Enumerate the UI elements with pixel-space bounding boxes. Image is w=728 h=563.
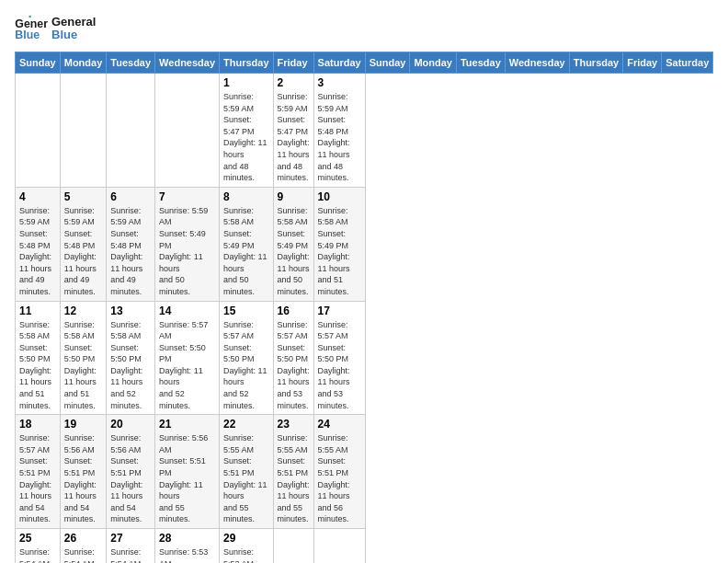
cell-day-number: 2 xyxy=(278,76,310,89)
calendar-day-header: Thursday xyxy=(220,52,274,74)
calendar-cell: 22Sunrise: 5:55 AM Sunset: 5:51 PM Dayli… xyxy=(220,415,274,529)
cell-day-number: 4 xyxy=(19,190,56,203)
cell-day-number: 7 xyxy=(159,190,215,203)
calendar-day-header: Sunday xyxy=(16,52,61,74)
logo-icon: General Blue xyxy=(15,15,48,42)
calendar-day-header: Wednesday xyxy=(155,52,220,74)
cell-info-text: Sunrise: 5:59 AM Sunset: 5:47 PM Dayligh… xyxy=(278,91,310,184)
cell-info-text: Sunrise: 5:59 AM Sunset: 5:49 PM Dayligh… xyxy=(159,205,215,298)
cell-info-text: Sunrise: 5:58 AM Sunset: 5:49 PM Dayligh… xyxy=(278,205,310,298)
calendar-week-row: 25Sunrise: 5:54 AM Sunset: 5:51 PM Dayli… xyxy=(16,529,713,564)
calendar-day-header: Wednesday xyxy=(505,52,569,74)
calendar-day-header: Friday xyxy=(273,52,313,74)
cell-day-number: 15 xyxy=(223,304,269,317)
cell-info-text: Sunrise: 5:59 AM Sunset: 5:48 PM Dayligh… xyxy=(64,205,103,298)
calendar-cell: 5Sunrise: 5:59 AM Sunset: 5:48 PM Daylig… xyxy=(60,187,107,301)
calendar-cell: 10Sunrise: 5:58 AM Sunset: 5:49 PM Dayli… xyxy=(313,187,365,301)
cell-info-text: Sunrise: 5:53 AM Sunset: 5:51 PM Dayligh… xyxy=(159,546,215,563)
calendar-cell: 14Sunrise: 5:57 AM Sunset: 5:50 PM Dayli… xyxy=(155,301,220,415)
calendar-cell: 9Sunrise: 5:58 AM Sunset: 5:49 PM Daylig… xyxy=(273,187,313,301)
calendar-cell: 15Sunrise: 5:57 AM Sunset: 5:50 PM Dayli… xyxy=(220,301,274,415)
cell-info-text: Sunrise: 5:59 AM Sunset: 5:47 PM Dayligh… xyxy=(223,91,269,184)
cell-info-text: Sunrise: 5:55 AM Sunset: 5:51 PM Dayligh… xyxy=(318,432,361,525)
cell-day-number: 5 xyxy=(64,190,103,203)
calendar-cell: 19Sunrise: 5:56 AM Sunset: 5:51 PM Dayli… xyxy=(60,415,107,529)
calendar-cell xyxy=(313,529,365,564)
calendar-cell xyxy=(107,74,155,188)
cell-info-text: Sunrise: 5:56 AM Sunset: 5:51 PM Dayligh… xyxy=(110,432,151,525)
calendar-cell: 27Sunrise: 5:54 AM Sunset: 5:51 PM Dayli… xyxy=(107,529,155,564)
logo: General Blue GeneralBlue xyxy=(15,15,96,42)
cell-day-number: 26 xyxy=(64,532,103,545)
cell-day-number: 19 xyxy=(64,418,103,431)
cell-info-text: Sunrise: 5:59 AM Sunset: 5:48 PM Dayligh… xyxy=(318,91,361,184)
cell-day-number: 27 xyxy=(110,532,151,545)
cell-day-number: 25 xyxy=(19,532,56,545)
calendar-day-header: Saturday xyxy=(662,52,713,74)
calendar-cell: 6Sunrise: 5:59 AM Sunset: 5:48 PM Daylig… xyxy=(107,187,155,301)
cell-info-text: Sunrise: 5:54 AM Sunset: 5:51 PM Dayligh… xyxy=(110,546,151,563)
calendar-cell xyxy=(273,529,313,564)
cell-day-number: 11 xyxy=(19,304,56,317)
calendar-cell: 7Sunrise: 5:59 AM Sunset: 5:49 PM Daylig… xyxy=(155,187,220,301)
calendar-day-header: Saturday xyxy=(313,52,365,74)
calendar-day-header: Sunday xyxy=(365,52,410,74)
calendar-cell: 4Sunrise: 5:59 AM Sunset: 5:48 PM Daylig… xyxy=(16,187,61,301)
svg-text:Blue: Blue xyxy=(15,29,40,41)
calendar-cell: 1Sunrise: 5:59 AM Sunset: 5:47 PM Daylig… xyxy=(220,74,274,188)
cell-info-text: Sunrise: 5:58 AM Sunset: 5:50 PM Dayligh… xyxy=(110,319,151,412)
calendar-cell: 20Sunrise: 5:56 AM Sunset: 5:51 PM Dayli… xyxy=(107,415,155,529)
calendar-day-header: Tuesday xyxy=(456,52,505,74)
cell-info-text: Sunrise: 5:57 AM Sunset: 5:51 PM Dayligh… xyxy=(19,432,56,525)
cell-day-number: 20 xyxy=(110,418,151,431)
cell-day-number: 3 xyxy=(318,76,361,89)
calendar-cell: 17Sunrise: 5:57 AM Sunset: 5:50 PM Dayli… xyxy=(313,301,365,415)
cell-day-number: 14 xyxy=(159,304,215,317)
calendar-header-row: SundayMondayTuesdayWednesdayThursdayFrid… xyxy=(16,52,713,74)
cell-info-text: Sunrise: 5:58 AM Sunset: 5:49 PM Dayligh… xyxy=(318,205,361,298)
cell-info-text: Sunrise: 5:53 AM Sunset: 5:51 PM Dayligh… xyxy=(223,546,269,563)
header: General Blue GeneralBlue xyxy=(15,15,713,42)
cell-info-text: Sunrise: 5:58 AM Sunset: 5:49 PM Dayligh… xyxy=(223,205,269,298)
calendar-cell: 28Sunrise: 5:53 AM Sunset: 5:51 PM Dayli… xyxy=(155,529,220,564)
calendar-cell: 21Sunrise: 5:56 AM Sunset: 5:51 PM Dayli… xyxy=(155,415,220,529)
cell-info-text: Sunrise: 5:54 AM Sunset: 5:51 PM Dayligh… xyxy=(64,546,103,563)
cell-info-text: Sunrise: 5:57 AM Sunset: 5:50 PM Dayligh… xyxy=(159,319,215,412)
calendar-day-header: Thursday xyxy=(569,52,623,74)
cell-day-number: 8 xyxy=(223,190,269,203)
calendar-cell: 3Sunrise: 5:59 AM Sunset: 5:48 PM Daylig… xyxy=(313,74,365,188)
cell-info-text: Sunrise: 5:58 AM Sunset: 5:50 PM Dayligh… xyxy=(19,319,56,412)
cell-info-text: Sunrise: 5:55 AM Sunset: 5:51 PM Dayligh… xyxy=(223,432,269,525)
cell-day-number: 22 xyxy=(223,418,269,431)
cell-info-text: Sunrise: 5:55 AM Sunset: 5:51 PM Dayligh… xyxy=(278,432,310,525)
calendar-day-header: Tuesday xyxy=(107,52,155,74)
cell-info-text: Sunrise: 5:56 AM Sunset: 5:51 PM Dayligh… xyxy=(64,432,103,525)
calendar-week-row: 4Sunrise: 5:59 AM Sunset: 5:48 PM Daylig… xyxy=(16,187,713,301)
calendar-table: SundayMondayTuesdayWednesdayThursdayFrid… xyxy=(15,52,713,563)
calendar-day-header: Friday xyxy=(623,52,662,74)
cell-day-number: 18 xyxy=(19,418,56,431)
logo-text: GeneralBlue xyxy=(51,16,96,42)
calendar-cell: 12Sunrise: 5:58 AM Sunset: 5:50 PM Dayli… xyxy=(60,301,107,415)
cell-info-text: Sunrise: 5:59 AM Sunset: 5:48 PM Dayligh… xyxy=(19,205,56,298)
cell-info-text: Sunrise: 5:57 AM Sunset: 5:50 PM Dayligh… xyxy=(223,319,269,412)
calendar-day-header: Monday xyxy=(60,52,107,74)
cell-day-number: 9 xyxy=(278,190,310,203)
calendar-cell xyxy=(155,74,220,188)
calendar-cell xyxy=(16,74,61,188)
calendar-cell: 8Sunrise: 5:58 AM Sunset: 5:49 PM Daylig… xyxy=(220,187,274,301)
cell-info-text: Sunrise: 5:57 AM Sunset: 5:50 PM Dayligh… xyxy=(278,319,310,412)
cell-day-number: 13 xyxy=(110,304,151,317)
cell-day-number: 23 xyxy=(278,418,310,431)
cell-day-number: 1 xyxy=(223,76,269,89)
cell-info-text: Sunrise: 5:59 AM Sunset: 5:48 PM Dayligh… xyxy=(110,205,151,298)
cell-day-number: 29 xyxy=(223,532,269,545)
calendar-cell xyxy=(60,74,107,188)
calendar-cell: 23Sunrise: 5:55 AM Sunset: 5:51 PM Dayli… xyxy=(273,415,313,529)
cell-info-text: Sunrise: 5:56 AM Sunset: 5:51 PM Dayligh… xyxy=(159,432,215,525)
calendar-cell: 26Sunrise: 5:54 AM Sunset: 5:51 PM Dayli… xyxy=(60,529,107,564)
cell-day-number: 10 xyxy=(318,190,361,203)
calendar-cell: 11Sunrise: 5:58 AM Sunset: 5:50 PM Dayli… xyxy=(16,301,61,415)
cell-info-text: Sunrise: 5:54 AM Sunset: 5:51 PM Dayligh… xyxy=(19,546,56,563)
cell-day-number: 28 xyxy=(159,532,215,545)
